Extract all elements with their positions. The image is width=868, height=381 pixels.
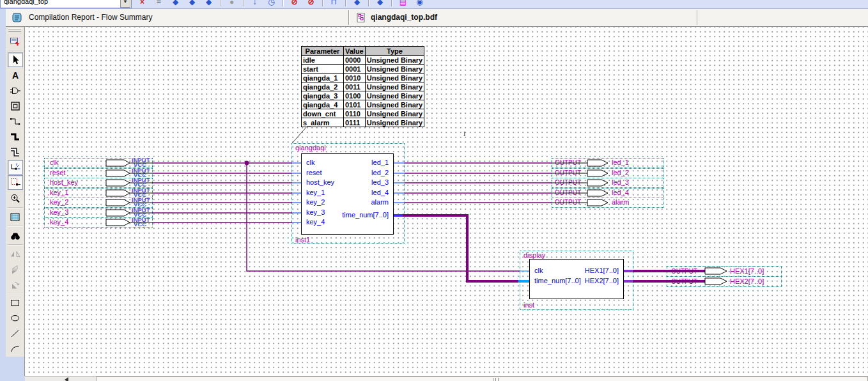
find-button[interactable] (8, 228, 23, 243)
orthogonal-node-tool-button[interactable] (8, 114, 23, 128)
arc-tool-button[interactable] (8, 341, 23, 356)
stop-gray-icon[interactable]: ● (226, 0, 237, 8)
rubberbanding-button[interactable] (8, 160, 23, 175)
horizontal-scrollbar[interactable] (25, 376, 868, 381)
entity-combobox[interactable]: qiangdaqi_top ▼ (0, 0, 132, 8)
down-arrow-icon[interactable]: ↓ (249, 0, 260, 8)
output-pin-symbol[interactable] (587, 170, 608, 176)
port-key-2: key_2 (306, 198, 325, 206)
toolbar-grip[interactable] (8, 28, 21, 29)
combobox-dropdown-icon[interactable]: ▼ (120, 0, 130, 8)
port-led-2: led_2 (371, 169, 389, 176)
wire-layer (25, 27, 868, 376)
input-pin-symbol[interactable] (106, 180, 130, 186)
port-alarm: alarm (371, 198, 389, 206)
input-pin-symbol[interactable] (106, 190, 130, 196)
port-key-3: key_3 (306, 208, 325, 216)
document-tabbar: Compilation Report - Flow Summary qiangd… (6, 9, 868, 27)
binoculars-icon (10, 230, 21, 242)
cursor-arrow-icon (10, 54, 21, 66)
close-red-icon[interactable]: × (137, 0, 148, 8)
rotate-left-button[interactable] (8, 277, 23, 292)
port-display-time-num: time_num[7..0] (534, 277, 581, 284)
port-led-1: led_1 (371, 159, 389, 166)
oval-icon (10, 313, 21, 324)
detach-window-icon (10, 36, 21, 47)
schematic-toolbar: A (6, 27, 25, 376)
toolbar-grip[interactable] (8, 31, 21, 32)
toolbar-separator (8, 226, 23, 227)
fullscreen-grid-icon (10, 212, 21, 223)
output-pin-symbol[interactable] (587, 180, 608, 186)
input-pin-symbol[interactable] (106, 160, 130, 166)
tab-bdf-editor[interactable]: qiangdaqi_top.bdf (371, 13, 437, 22)
check-blue-icon-3[interactable]: ◆ (203, 0, 214, 8)
line-icon (10, 328, 21, 339)
toolbar-separator (8, 50, 23, 51)
toolbar-separator (8, 207, 23, 208)
output-pin-symbol[interactable] (587, 160, 608, 166)
check-blue-icon-2[interactable]: ◆ (187, 0, 198, 8)
toolbar-separator (391, 0, 392, 6)
scroll-left-icon[interactable] (65, 377, 68, 381)
node-line-icon (10, 116, 21, 127)
block-icon (10, 100, 21, 112)
port-key-1: key_1 (306, 189, 325, 196)
rectangle-tool-button[interactable] (8, 295, 23, 310)
forbid-icon-2[interactable]: ⊘ (306, 0, 316, 8)
toolbar-separator (368, 0, 369, 6)
output-pin-symbol[interactable] (587, 190, 608, 196)
flip-horizontal-icon (10, 249, 21, 260)
rubberbanding-icon (10, 162, 21, 173)
toolbar-separator (283, 0, 283, 6)
check-blue-icon-4[interactable]: ◆ (352, 0, 362, 8)
check-blue-icon-5[interactable]: ◆ (375, 0, 385, 8)
line-tool-button[interactable] (8, 326, 23, 341)
tab-compilation-report[interactable]: Compilation Report - Flow Summary (29, 13, 152, 22)
zoom-tool-button[interactable] (8, 191, 23, 206)
window-edge (0, 9, 6, 376)
oval-tool-button[interactable] (8, 311, 23, 325)
symbol-tool-button[interactable] (8, 83, 23, 98)
block-instance: inst (523, 301, 534, 309)
text-cursor-artifact: I (463, 131, 466, 137)
orthogonal-conduit-tool-button[interactable] (8, 144, 23, 159)
table-callout-line (292, 127, 307, 143)
gate-symbol-icon (10, 85, 21, 97)
port-led-3: led_3 (371, 178, 389, 186)
flip-horizontal-button[interactable] (8, 247, 23, 261)
flip-vertical-icon (10, 264, 21, 276)
port-hex2: HEX2[7..0] (585, 277, 619, 284)
equals-icon[interactable]: = (153, 0, 164, 8)
scrollbar-thumb[interactable] (96, 377, 868, 381)
bus-line-icon (10, 131, 21, 143)
input-pin-symbol[interactable] (106, 210, 130, 216)
block-title: display (523, 251, 545, 259)
text-tool-button[interactable]: A (8, 68, 23, 82)
selection-tool-button[interactable] (8, 52, 23, 67)
input-pin-symbol[interactable] (106, 170, 130, 176)
detach-window-button[interactable] (8, 34, 23, 49)
input-pin-symbol[interactable] (106, 199, 130, 206)
report-icon (12, 12, 22, 23)
pulse-icon[interactable]: ⊓ (329, 0, 339, 8)
tab-separator (697, 10, 697, 25)
forbid-icon-1[interactable]: ⊘ (289, 0, 300, 8)
port-hex1: HEX1[7..0] (585, 267, 619, 274)
arc-icon (10, 343, 21, 355)
rotate-left-icon (10, 279, 21, 291)
fullscreen-button[interactable] (8, 210, 23, 224)
check-blue-icon-1[interactable]: ◆ (170, 0, 181, 8)
block-tool-button[interactable] (8, 98, 23, 113)
flip-vertical-button[interactable] (8, 262, 23, 277)
output-pin-symbol[interactable] (587, 199, 608, 206)
ram-icon[interactable]: ▤ (398, 0, 408, 8)
orthogonal-bus-tool-button[interactable] (8, 129, 23, 144)
clock-icon[interactable]: ◷ (266, 0, 277, 8)
globe-icon[interactable]: ◉ (414, 0, 425, 8)
input-pin-symbol[interactable] (106, 219, 130, 226)
output-pin-symbol[interactable] (705, 278, 727, 284)
port-key-4: key_4 (306, 218, 325, 226)
partial-rubberbanding-button[interactable] (8, 175, 23, 190)
output-pin-symbol[interactable] (705, 268, 727, 274)
